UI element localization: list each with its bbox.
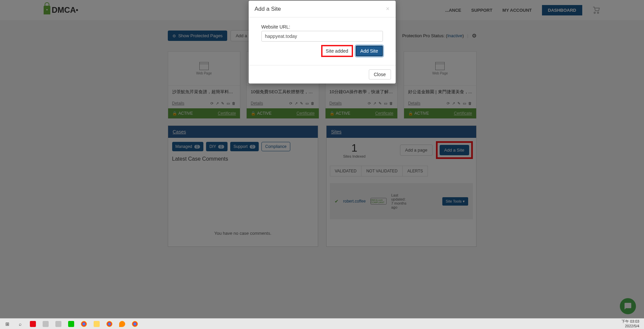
netflix-icon[interactable]: [28, 319, 38, 329]
site-added-message: Site added: [321, 45, 353, 57]
close-button[interactable]: Close: [369, 69, 391, 79]
clock-time: 下午 03:03: [622, 319, 639, 324]
modal-footer: Close: [249, 65, 396, 84]
folder-icon[interactable]: [91, 319, 102, 329]
chrome-icon[interactable]: [79, 319, 89, 329]
clock-date: 2022/5/4: [622, 324, 639, 328]
fire-icon[interactable]: [117, 319, 128, 329]
url-label: Website URL:: [261, 24, 383, 30]
taskbar: ⊞ ⌕ 下午 03:03 2022/5/4: [0, 318, 644, 329]
form-actions: Site added Add Site: [261, 45, 383, 57]
modal-title: Add a Site: [255, 6, 281, 12]
modal-body: Website URL: Site added Add Site: [249, 17, 396, 65]
add-site-modal: Add a Site × Website URL: Site added Add…: [249, 1, 396, 84]
taskbar-clock[interactable]: 下午 03:03 2022/5/4: [622, 319, 642, 328]
app-icon[interactable]: [40, 319, 51, 329]
chrome-active-icon[interactable]: [130, 319, 140, 329]
app-icon[interactable]: [53, 319, 64, 329]
chrome-icon[interactable]: [104, 319, 115, 329]
start-icon[interactable]: ⊞: [2, 319, 13, 329]
modal-header: Add a Site ×: [249, 1, 396, 17]
url-input[interactable]: [261, 31, 383, 42]
close-icon[interactable]: ×: [386, 5, 390, 12]
line-icon[interactable]: [66, 319, 77, 329]
search-icon[interactable]: ⌕: [15, 319, 26, 329]
add-site-submit-button[interactable]: Add Site: [356, 46, 383, 56]
